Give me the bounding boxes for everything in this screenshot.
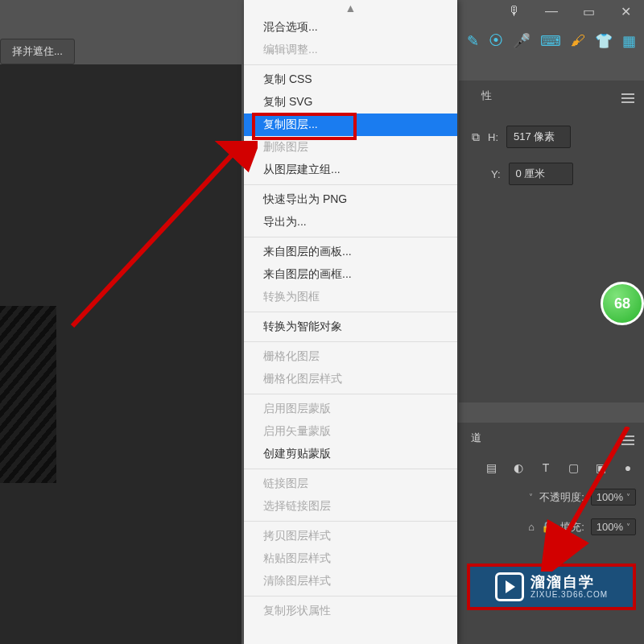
menu-item: 转换为图框 <box>244 286 457 308</box>
play-icon <box>495 572 524 601</box>
filter-toggle-icon[interactable]: ● <box>621 461 634 474</box>
properties-panel: 性 ⧉ H: 517 像素 Y: 0 厘米 <box>459 80 644 402</box>
maximize-button[interactable]: ▭ <box>570 0 607 23</box>
chevron-down-icon[interactable]: ˅ <box>529 493 533 502</box>
crop-icon[interactable]: ⌂ <box>528 521 535 533</box>
watermark-brand: 溜溜自学 <box>530 575 608 591</box>
menu-item[interactable]: 复制图层... <box>244 114 457 136</box>
menu-item[interactable]: 复制 CSS <box>244 68 457 91</box>
menu-item[interactable]: 转换为智能对象 <box>244 316 457 338</box>
target-icon[interactable]: ⦿ <box>489 32 503 50</box>
y-input[interactable]: 0 厘米 <box>509 163 573 185</box>
link-icon[interactable]: ⧉ <box>472 130 480 144</box>
window-controls: 🎙 — ▭ ✕ <box>502 0 644 23</box>
lock-icon[interactable]: 🔒 <box>541 521 554 533</box>
menu-item: 删除图层 <box>244 136 457 159</box>
menu-separator <box>244 184 457 185</box>
menu-separator <box>244 312 457 312</box>
menu-separator <box>244 394 457 394</box>
filter-image-icon[interactable]: ▤ <box>485 461 497 474</box>
dropper-icon[interactable]: 🖌 <box>571 32 585 50</box>
opacity-value[interactable]: 100%˅ <box>591 489 636 506</box>
menu-separator <box>244 64 457 65</box>
channels-tab-label: 道 <box>471 431 481 444</box>
menu-item: 拷贝图层样式 <box>244 525 457 547</box>
properties-tab-label: 性 <box>481 89 492 101</box>
menu-item[interactable]: 快速导出为 PNG <box>244 188 457 211</box>
mic-icon[interactable]: 🎙 <box>502 0 526 23</box>
layer-context-menu: ▲ 混合选项...编辑调整...复制 CSS复制 SVG复制图层...删除图层从… <box>244 0 457 644</box>
y-row: Y: 0 厘米 <box>459 163 644 185</box>
layers-panel-menu-icon[interactable] <box>621 436 634 445</box>
close-button[interactable]: ✕ <box>607 0 644 23</box>
menu-item: 链接图层 <box>244 473 457 495</box>
filter-type-icon[interactable]: T <box>539 461 552 474</box>
panel-menu-icon[interactable] <box>621 93 634 103</box>
opacity-label: 不透明度: <box>539 490 584 505</box>
menu-separator <box>244 237 457 237</box>
menu-item: 粘贴图层样式 <box>244 547 457 570</box>
layer-filter-icons: ▤ ◐ T ▢ ▣ ● <box>455 453 644 482</box>
menu-item[interactable]: 从图层建立组... <box>244 159 457 181</box>
watermark-badge: 溜溜自学 ZIXUE.3D66.COM <box>467 564 636 610</box>
grid-icon[interactable]: ▦ <box>622 32 636 50</box>
menu-item[interactable]: 混合选项... <box>244 16 457 39</box>
select-and-mask-button[interactable]: 择并遮住... <box>0 39 75 64</box>
canvas-area <box>0 64 242 644</box>
mic-icon[interactable]: 🎤 <box>513 32 530 50</box>
fill-row: ⌂ 🔒 填充: 100%˅ <box>455 512 644 542</box>
menu-item[interactable]: 导出为... <box>244 211 457 233</box>
height-row: ⧉ H: 517 像素 <box>459 126 644 148</box>
menu-item: 选择链接图层 <box>244 495 457 518</box>
shirt-icon[interactable]: 👕 <box>595 32 613 50</box>
filter-shape-icon[interactable]: ▢ <box>567 461 580 474</box>
h-label: H: <box>488 131 498 143</box>
menu-separator <box>244 341 457 342</box>
minimize-button[interactable]: — <box>533 0 570 23</box>
menu-item: 启用矢量蒙版 <box>244 420 457 443</box>
menu-item[interactable]: 创建剪贴蒙版 <box>244 443 457 465</box>
menu-item[interactable]: 来自图层的画板... <box>244 241 457 263</box>
properties-tab[interactable]: 性 <box>459 80 644 111</box>
menu-item[interactable]: 来自图层的画框... <box>244 263 457 286</box>
cloud-tool-strip: ✎ ⦿ 🎤 ⌨ 🖌 👕 ▦ <box>467 32 644 50</box>
h-input[interactable]: 517 像素 <box>506 126 571 148</box>
menu-item: 清除图层样式 <box>244 570 457 592</box>
opacity-row: ˅ 不透明度: 100%˅ <box>455 482 644 512</box>
menu-item: 编辑调整... <box>244 39 457 61</box>
menu-item: 复制形状属性 <box>244 600 457 622</box>
menu-separator <box>244 521 457 522</box>
canvas-image-placeholder <box>0 306 56 483</box>
y-label: Y: <box>491 168 501 180</box>
watermark-url: ZIXUE.3D66.COM <box>530 590 608 599</box>
filter-adjust-icon[interactable]: ◐ <box>512 461 525 474</box>
fill-label: 填充: <box>560 520 584 535</box>
filter-smart-icon[interactable]: ▣ <box>594 461 607 474</box>
layers-panel: 道 ▤ ◐ T ▢ ▣ ● ˅ 不透明度: 100%˅ ⌂ 🔒 填充: 100%… <box>455 423 644 644</box>
keyboard-icon[interactable]: ⌨ <box>540 32 561 50</box>
scroll-up-arrow-icon[interactable]: ▲ <box>244 0 457 16</box>
menu-item: 启用图层蒙版 <box>244 398 457 420</box>
menu-separator <box>244 469 457 469</box>
menu-separator <box>244 596 457 597</box>
menu-item: 栅格化图层样式 <box>244 368 457 390</box>
fill-value[interactable]: 100%˅ <box>591 518 636 535</box>
channels-tab[interactable]: 道 <box>455 423 644 453</box>
pencil-icon[interactable]: ✎ <box>467 32 479 50</box>
menu-item[interactable]: 复制 SVG <box>244 91 457 114</box>
floating-badge[interactable]: 68 <box>601 282 644 325</box>
menu-item: 栅格化图层 <box>244 345 457 368</box>
